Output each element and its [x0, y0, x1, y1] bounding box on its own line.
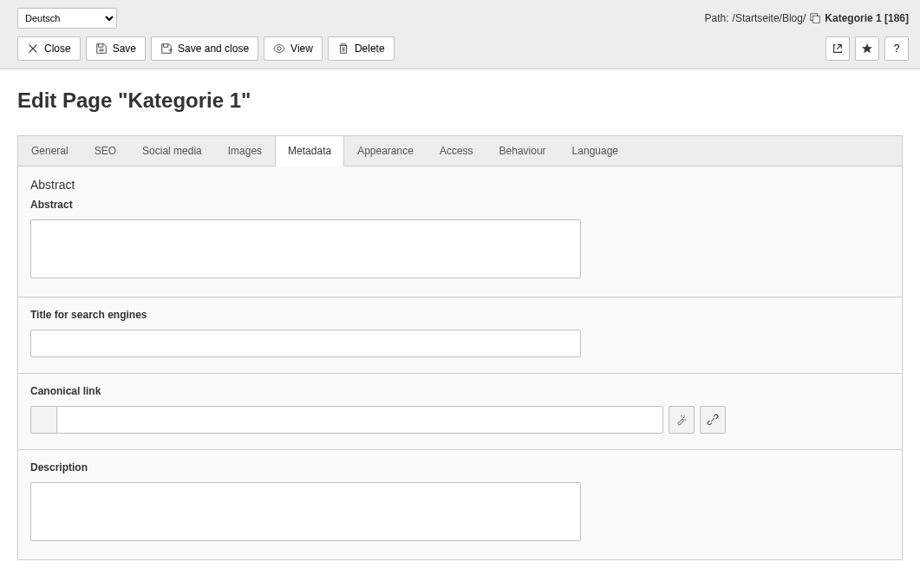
primary-actions: Close Save Save and close View	[17, 36, 395, 61]
tab-access[interactable]: Access	[427, 136, 486, 166]
svg-point-2	[277, 47, 281, 50]
canonical-input[interactable]	[56, 406, 663, 434]
description-label: Description	[30, 461, 890, 474]
path-prefix: Path:	[705, 12, 729, 24]
canonical-prefix	[30, 406, 56, 434]
wizard-icon	[675, 414, 688, 426]
external-link-icon	[832, 42, 844, 55]
help-button[interactable]: ?	[884, 36, 909, 61]
eye-icon	[273, 42, 285, 55]
link-picker-button[interactable]	[700, 406, 726, 434]
tab-appearance[interactable]: Appearance	[344, 136, 427, 166]
description-textarea[interactable]	[30, 482, 581, 541]
form-panel: Abstract Abstract Title for search engin…	[17, 166, 903, 560]
save-close-button[interactable]: Save and close	[151, 36, 258, 61]
delete-button[interactable]: Delete	[328, 36, 395, 61]
view-button[interactable]: View	[264, 36, 323, 61]
trash-icon	[337, 42, 349, 55]
page-icon	[809, 12, 821, 24]
abstract-label: Abstract	[30, 199, 890, 211]
star-icon	[861, 42, 873, 55]
doc-header: Deutsch Path: /Startseite/Blog/ Kategori…	[0, 0, 920, 69]
page-title: Edit Page "Kategorie 1"	[17, 88, 903, 113]
tab-metadata[interactable]: Metadata	[275, 136, 344, 167]
tab-behaviour[interactable]: Behaviour	[486, 136, 559, 166]
open-external-button[interactable]	[825, 36, 850, 61]
content-area: Edit Page "Kategorie 1" General SEO Soci…	[0, 69, 920, 579]
save-close-label: Save and close	[178, 42, 249, 55]
section-description: Description	[18, 450, 902, 559]
close-icon	[27, 42, 39, 55]
abstract-heading: Abstract	[30, 178, 890, 192]
bookmark-button[interactable]	[855, 36, 879, 61]
abstract-textarea[interactable]	[30, 219, 581, 278]
close-label: Close	[44, 42, 71, 55]
tab-bar: General SEO Social media Images Metadata…	[17, 135, 903, 166]
section-title-se: Title for search engines	[18, 297, 902, 374]
path-segments: /Startseite/Blog/	[733, 12, 806, 24]
help-label: ?	[894, 42, 900, 55]
save-button[interactable]: Save	[86, 36, 146, 61]
tab-general[interactable]: General	[18, 136, 82, 166]
language-select[interactable]: Deutsch	[17, 8, 117, 29]
tab-language[interactable]: Language	[559, 136, 631, 166]
breadcrumb: Path: /Startseite/Blog/ Kategorie 1 [186…	[705, 12, 909, 24]
tab-images[interactable]: Images	[215, 136, 275, 166]
svg-rect-1	[813, 16, 820, 23]
save-icon	[95, 42, 108, 55]
link-wizard-button[interactable]	[669, 406, 695, 434]
save-label: Save	[113, 42, 136, 55]
tab-social-media[interactable]: Social media	[129, 136, 215, 166]
section-abstract: Abstract Abstract	[18, 167, 902, 297]
path-current: Kategorie 1 [186]	[825, 12, 909, 24]
canonical-label: Canonical link	[30, 385, 890, 397]
section-canonical: Canonical link	[18, 374, 902, 450]
delete-label: Delete	[355, 42, 385, 55]
tab-seo[interactable]: SEO	[82, 136, 129, 166]
title-se-input[interactable]	[30, 330, 581, 357]
close-button[interactable]: Close	[17, 36, 81, 61]
secondary-actions: ?	[825, 36, 909, 61]
title-se-label: Title for search engines	[30, 309, 890, 321]
view-label: View	[290, 42, 313, 55]
save-close-icon	[160, 42, 173, 55]
link-icon	[707, 414, 719, 426]
